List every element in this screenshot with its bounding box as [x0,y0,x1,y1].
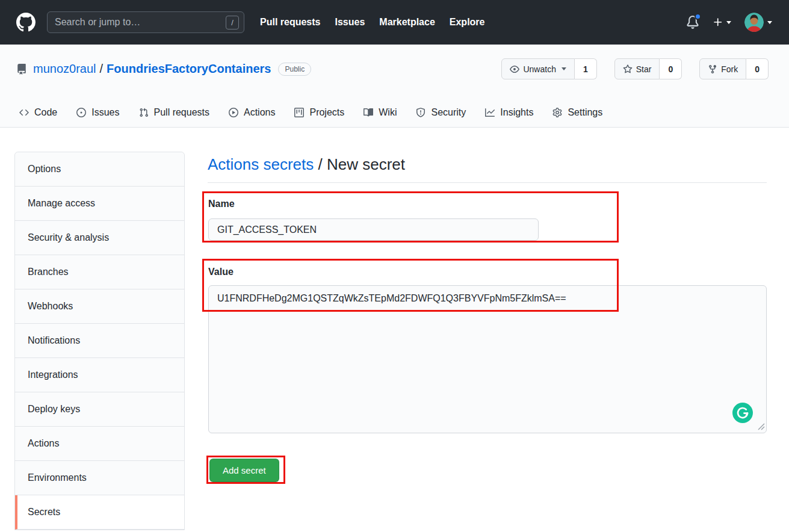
fork-icon [708,64,717,74]
add-secret-button[interactable]: Add secret [209,459,279,482]
tab-settings-label: Settings [568,107,602,118]
tab-issues[interactable]: Issues [67,98,129,127]
caret-down-icon [767,21,772,24]
tab-code[interactable]: Code [10,98,67,127]
tab-security[interactable]: Security [406,98,475,127]
sidebar-item-deploy-keys[interactable]: Deploy keys [15,392,184,427]
tab-issues-label: Issues [91,107,119,118]
caret-down-icon [562,67,566,70]
visibility-badge: Public [278,63,311,76]
repo-action-buttons: Unwatch 1 Star 0 Fork 0 [501,58,769,79]
star-button-group: Star 0 [614,58,682,79]
shield-icon [416,108,425,117]
secret-name-input[interactable] [208,218,539,241]
repo-tabs: Code Issues Pull requests Actions Projec… [0,98,789,127]
tab-actions-label: Actions [244,107,275,118]
tab-projects-label: Projects [309,107,344,118]
watchers-count[interactable]: 1 [575,58,597,79]
sidebar-item-secrets[interactable]: Secrets [15,495,184,530]
search-placeholder: Search or jump to… [55,17,226,28]
fork-button[interactable]: Fork [699,58,746,79]
page-title: Actions secrets / New secret [208,155,767,183]
repo-separator: / [100,62,104,76]
sidebar-item-notifications[interactable]: Notifications [15,324,184,358]
repo-owner-link[interactable]: munoz0raul [33,62,96,76]
tab-wiki-label: Wiki [379,107,397,118]
fork-label: Fork [721,64,738,74]
avatar [744,13,764,32]
nav-marketplace[interactable]: Marketplace [379,17,435,28]
search-input[interactable]: Search or jump to… / [47,11,244,33]
nav-explore[interactable]: Explore [450,17,485,28]
settings-sidebar: Options Manage access Security & analysi… [14,152,185,530]
tab-actions[interactable]: Actions [219,98,285,127]
sidebar-item-integrations[interactable]: Integrations [15,358,184,392]
value-field-label: Value [208,267,234,277]
issue-opened-icon [76,108,86,117]
repo-icon [16,64,27,75]
git-pull-request-icon [139,108,149,117]
tab-pull-requests-label: Pull requests [154,107,210,118]
secret-value-textarea[interactable]: U1FNRDFHeDg2MG1QSTZqWkZsTEpMd2FDWFQ1Q3FB… [208,285,767,433]
grammarly-icon[interactable] [732,403,753,423]
tab-pull-requests[interactable]: Pull requests [129,98,220,127]
name-field-label: Name [208,199,235,209]
gear-icon [552,108,562,117]
notifications-button[interactable] [686,16,699,29]
tab-code-label: Code [34,107,57,118]
sidebar-item-actions[interactable]: Actions [15,427,184,461]
play-icon [229,108,238,117]
unwatch-button[interactable]: Unwatch [501,58,574,79]
repo-title-row: munoz0raul / FoundriesFactoryContainers … [0,45,789,79]
sidebar-item-branches[interactable]: Branches [15,255,184,289]
tab-settings[interactable]: Settings [543,98,612,127]
repo-header: munoz0raul / FoundriesFactoryContainers … [0,45,789,128]
sidebar-item-manage-access[interactable]: Manage access [15,187,184,221]
sidebar-item-webhooks[interactable]: Webhooks [15,289,184,324]
header-right [686,13,772,32]
tab-insights[interactable]: Insights [475,98,543,127]
watch-button-group: Unwatch 1 [501,58,596,79]
sidebar-item-environments[interactable]: Environments [15,461,184,495]
star-icon [623,64,633,74]
tab-wiki[interactable]: Wiki [354,98,406,127]
user-menu-button[interactable] [744,13,772,32]
fork-button-group: Fork 0 [699,58,769,79]
sidebar-item-options[interactable]: Options [15,152,184,187]
sidebar-item-security-analysis[interactable]: Security & analysis [15,221,184,255]
slash-shortcut-key: / [226,16,239,29]
page-title-current: / New secret [314,155,405,173]
tab-insights-label: Insights [500,107,533,118]
plus-icon [713,17,723,28]
book-icon [364,108,373,117]
eye-icon [510,64,519,74]
forks-count[interactable]: 0 [746,58,769,79]
textarea-resize-handle[interactable] [756,421,766,431]
tab-projects[interactable]: Projects [285,98,354,127]
stars-count[interactable]: 0 [660,58,682,79]
tab-security-label: Security [431,107,466,118]
code-icon [19,108,29,117]
project-icon [294,108,304,117]
caret-down-icon [726,21,731,24]
global-header: Search or jump to… / Pull requests Issue… [0,0,789,45]
unread-notification-dot [695,13,701,20]
github-logo-icon[interactable] [16,13,36,32]
nav-issues[interactable]: Issues [335,17,365,28]
nav-pull-requests[interactable]: Pull requests [260,17,320,28]
graph-icon [485,108,495,117]
global-nav: Pull requests Issues Marketplace Explore [260,17,484,28]
repo-name-link[interactable]: FoundriesFactoryContainers [107,62,271,76]
actions-secrets-link[interactable]: Actions secrets [208,155,314,173]
unwatch-label: Unwatch [523,64,555,74]
star-label: Star [636,64,652,74]
star-button[interactable]: Star [614,58,660,79]
create-new-button[interactable] [713,17,731,28]
